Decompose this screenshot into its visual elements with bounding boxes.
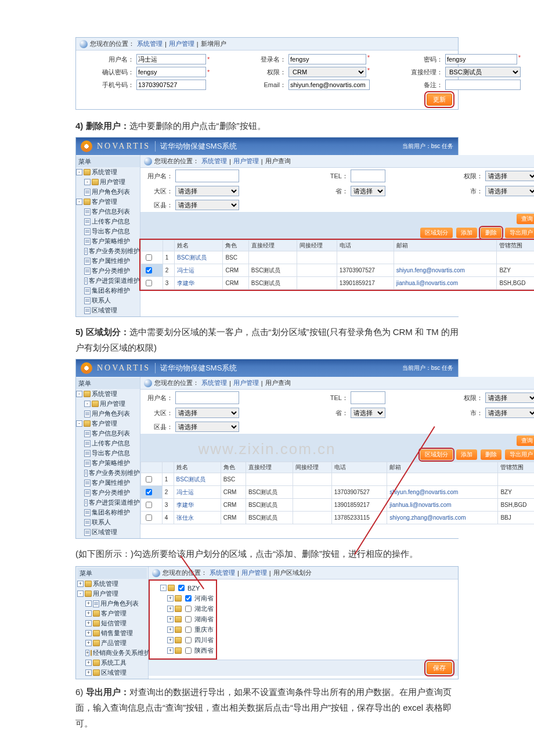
sidebar-item[interactable]: -系统管理 (76, 389, 140, 399)
tree-checkbox[interactable] (185, 627, 192, 633)
expand-icon[interactable]: - (77, 591, 84, 597)
sidebar-item[interactable]: 集团名称维护 (76, 507, 140, 517)
filter-city[interactable]: 请选择 (485, 186, 534, 196)
sidebar-item[interactable]: 区域管理 (76, 305, 140, 315)
sidebar-item[interactable]: +客户管理 (77, 609, 147, 618)
breadcrumb-l2[interactable]: 用户管理 (169, 39, 194, 48)
remark-field[interactable] (445, 80, 521, 90)
export-button[interactable]: 导出用户 (505, 228, 534, 238)
expand-icon[interactable]: + (167, 637, 174, 643)
sidebar-item[interactable]: +用户角色列表 (77, 599, 147, 609)
sidebar-item[interactable]: 客户分类维护 (76, 266, 140, 276)
sidebar-item[interactable]: +短信管理 (77, 618, 147, 628)
table-row[interactable]: 2冯士运CRMBSC测试员13703907527shiyun.feng@nova… (141, 486, 535, 499)
sidebar-item[interactable]: 客户业务类别维护 (76, 468, 140, 478)
tree-checkbox[interactable] (185, 637, 192, 643)
expand-icon[interactable]: + (85, 669, 92, 676)
sidebar-item[interactable]: 客户分类维护 (76, 488, 140, 498)
sidebar-item[interactable]: 用户角色列表 (76, 409, 140, 419)
row-checkbox[interactable] (146, 280, 152, 286)
expand-icon[interactable]: + (85, 660, 92, 666)
table-row[interactable]: 3李建华CRMBSC测试员13901859217jianhua.li@novar… (141, 499, 535, 512)
sidebar-item[interactable]: -客户管理 (76, 419, 140, 429)
delete-button[interactable]: 删除 (481, 449, 501, 460)
sidebar-item[interactable]: 区域管理 (76, 527, 140, 537)
sidebar-item[interactable]: 上传客户信息 (76, 438, 140, 448)
row-checkbox[interactable] (146, 267, 152, 273)
filter-tel[interactable] (351, 391, 385, 404)
tree-node[interactable]: +河南省 (152, 593, 214, 604)
expand-icon[interactable]: + (85, 620, 92, 627)
filter-district[interactable]: 请选择 (175, 200, 239, 210)
expand-icon[interactable]: + (167, 647, 174, 654)
username-field[interactable] (136, 54, 206, 64)
add-button[interactable]: 添加 (456, 449, 477, 460)
sidebar-item[interactable]: 客户业务类别维护 (76, 246, 140, 256)
filter-province[interactable]: 请选择 (351, 186, 385, 196)
row-checkbox[interactable] (146, 476, 152, 483)
sidebar-item[interactable]: +系统管理 (77, 579, 147, 589)
tree-node[interactable]: +陕西省 (152, 646, 214, 656)
table-row[interactable]: 2冯士运CRMBSC测试员13703907527shiyun.feng@nova… (141, 264, 535, 277)
area-button[interactable]: 区域划分 (420, 228, 453, 238)
sidebar-item[interactable]: +产品管理 (77, 638, 147, 648)
expand-icon[interactable]: + (85, 600, 92, 607)
tree-checkbox[interactable] (185, 647, 192, 654)
filter-region[interactable]: 请选择 (175, 186, 239, 196)
sidebar-item[interactable]: -客户管理 (76, 197, 140, 207)
sidebar-item[interactable]: -系统管理 (76, 167, 140, 177)
expand-icon[interactable]: + (85, 650, 89, 656)
row-checkbox[interactable] (146, 489, 152, 495)
filter-role[interactable]: 请选择 (485, 393, 534, 403)
expand-icon[interactable]: + (85, 610, 92, 617)
sidebar-item[interactable]: +经销商业务关系维护 (77, 648, 147, 658)
query-button[interactable]: 查询 (517, 214, 534, 224)
delete-button[interactable]: 删除 (481, 228, 501, 238)
sidebar-item[interactable]: 客户进货渠道维护 (76, 276, 140, 286)
area-button[interactable]: 区域划分 (420, 449, 453, 460)
sidebar-item[interactable]: 客户属性维护 (76, 256, 140, 266)
expand-icon[interactable]: + (167, 606, 174, 612)
tree-checkbox[interactable] (185, 595, 192, 602)
phone-field[interactable] (136, 80, 206, 90)
tree-checkbox[interactable] (185, 616, 192, 622)
sidebar-item[interactable]: 联系人 (76, 517, 140, 527)
sidebar-item[interactable]: 客户属性维护 (76, 478, 140, 488)
sidebar-item[interactable]: 客户信息列表 (76, 429, 140, 438)
table-row[interactable]: 1BSC测试员BSC (141, 473, 535, 486)
row-checkbox[interactable] (146, 254, 152, 261)
row-checkbox[interactable] (146, 502, 152, 508)
expand-icon[interactable]: + (85, 640, 92, 646)
sidebar-item[interactable]: 客户信息列表 (76, 207, 140, 217)
sidebar-item[interactable]: 上传客户信息 (76, 217, 140, 226)
table-row[interactable]: 1BSC测试员BSC (141, 251, 535, 264)
sidebar-item[interactable]: 导出客户信息 (76, 226, 140, 236)
expand-icon[interactable]: - (84, 401, 91, 407)
sidebar-item[interactable]: -用户管理 (76, 399, 140, 409)
email-field[interactable] (288, 80, 370, 90)
sidebar-item[interactable]: +系统工具 (77, 658, 147, 668)
sidebar-item[interactable]: +区域管理 (77, 668, 147, 678)
sidebar-item[interactable]: 集团名称维护 (76, 286, 140, 296)
login-field[interactable] (288, 54, 366, 64)
confirm-field[interactable] (136, 67, 206, 77)
filter-username[interactable] (175, 170, 239, 182)
expand-icon[interactable]: + (167, 627, 174, 633)
breadcrumb-l1[interactable]: 系统管理 (137, 39, 163, 48)
expand-icon[interactable]: + (167, 616, 174, 622)
expand-icon[interactable]: - (76, 199, 82, 205)
sidebar-item[interactable]: +销售量管理 (77, 628, 147, 638)
expand-icon[interactable]: - (160, 585, 167, 591)
row-checkbox[interactable] (146, 514, 152, 521)
sidebar-item[interactable]: 导出客户信息 (76, 448, 140, 458)
save-button[interactable]: 保存 (427, 662, 452, 674)
expand-icon[interactable]: + (77, 581, 84, 587)
expand-icon[interactable]: - (76, 391, 82, 397)
tree-checkbox[interactable] (185, 606, 192, 612)
filter-role[interactable]: 请选择 (485, 171, 534, 181)
table-row[interactable]: 3李建华CRMBSC测试员13901859217jianhua.li@novar… (141, 277, 535, 290)
filter-tel[interactable] (351, 170, 385, 182)
expand-icon[interactable]: - (76, 169, 82, 175)
manager-select[interactable]: BSC测试员 (445, 67, 521, 77)
role-select[interactable]: CRM (288, 67, 366, 77)
